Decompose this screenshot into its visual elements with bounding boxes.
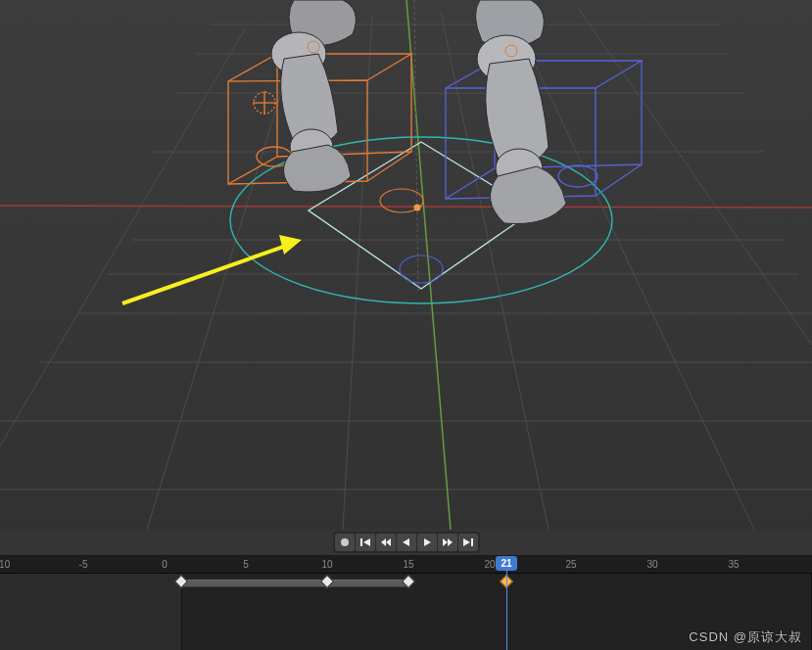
svg-marker-31	[279, 235, 302, 255]
svg-line-5	[578, 8, 812, 530]
ruler-tick: 0	[162, 556, 167, 574]
play-button[interactable]	[417, 534, 437, 551]
playhead[interactable]: 21	[506, 556, 507, 650]
svg-line-0	[0, 29, 245, 530]
svg-marker-40	[448, 538, 453, 546]
svg-rect-33	[360, 538, 362, 546]
foot-gizmo-right-small[interactable]	[400, 255, 443, 283]
svg-point-23	[558, 165, 597, 187]
ruler-tick: 10	[321, 556, 332, 574]
playhead-frame-label[interactable]: 21	[496, 556, 517, 571]
svg-point-18	[400, 255, 443, 283]
svg-marker-34	[363, 538, 370, 546]
annotation-arrow	[122, 235, 302, 303]
ruler-tick: 5	[243, 556, 249, 574]
svg-marker-39	[443, 538, 448, 546]
next-keyframe-button[interactable]	[438, 534, 457, 551]
ruler-tick: -10	[0, 556, 10, 574]
playback-controls	[333, 532, 480, 553]
axis-y	[406, 0, 451, 530]
watermark: CSDN @原谅大叔	[689, 628, 802, 646]
viewport-3d[interactable]	[0, 0, 812, 530]
jump-start-button[interactable]	[356, 534, 375, 551]
ruler-tick: -5	[79, 556, 88, 574]
svg-marker-38	[424, 538, 431, 546]
grid-lines	[0, 8, 812, 530]
viewport-render	[0, 0, 812, 530]
axis-z	[414, 0, 418, 294]
svg-marker-41	[463, 538, 470, 546]
character-mesh	[271, 0, 566, 224]
jump-end-button[interactable]	[458, 534, 478, 551]
auto-key-toggle[interactable]	[335, 534, 355, 551]
svg-marker-37	[403, 538, 409, 546]
ruler-tick: 20	[484, 556, 495, 574]
origin-point	[414, 205, 421, 211]
ruler-tick: 35	[728, 556, 739, 574]
keyframe-strip	[181, 580, 408, 587]
ruler-tick: 25	[565, 556, 576, 574]
timeline-header	[0, 530, 812, 556]
prev-keyframe-button[interactable]	[376, 534, 396, 551]
svg-point-32	[341, 538, 349, 546]
ruler-tick: 15	[403, 556, 413, 574]
keyframe-row	[0, 574, 812, 593]
axis-x	[0, 206, 812, 208]
svg-rect-42	[471, 538, 473, 546]
svg-marker-35	[381, 538, 386, 546]
timeline-ruler[interactable]: -10 -5 0 5 10 15 20 25 30 35	[0, 556, 812, 574]
svg-marker-36	[386, 538, 391, 546]
play-reverse-button[interactable]	[397, 534, 416, 551]
ruler-tick: 30	[646, 556, 657, 574]
